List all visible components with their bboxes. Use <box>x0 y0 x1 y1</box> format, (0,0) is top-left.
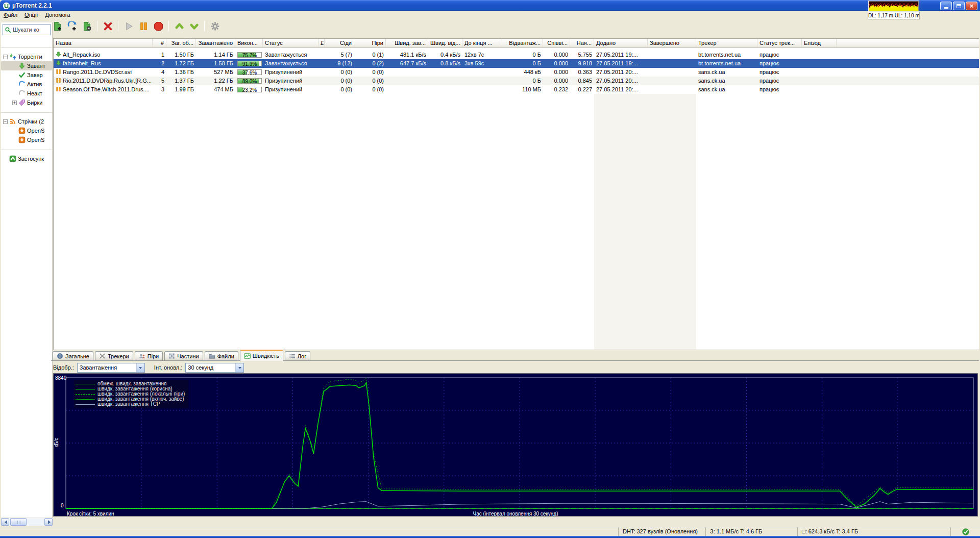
cell-tracker_status: працює <box>757 77 802 85</box>
dropdown-arrow-icon[interactable] <box>136 363 144 372</box>
menu-item-0[interactable]: Файл <box>0 11 21 19</box>
legend-line-sample <box>76 389 95 389</box>
sidebar-item-label: Неакт <box>27 90 42 96</box>
show-select[interactable]: Завантаження <box>77 363 145 373</box>
menu-item-2[interactable]: Допомога <box>41 11 74 19</box>
column-header-status[interactable]: Статус <box>263 39 318 47</box>
add-url-button[interactable] <box>66 20 78 32</box>
sidebar-item-active[interactable]: Актив <box>1 80 52 89</box>
expander-plus-icon[interactable]: + <box>12 101 17 105</box>
column-header-added[interactable]: Додано <box>594 39 648 47</box>
interval-select-value: 30 секунд <box>186 364 235 371</box>
column-header-episode[interactable]: Епізод <box>802 39 837 47</box>
cell-num: 1 <box>153 51 166 59</box>
sidebar-scrollbar[interactable] <box>1 518 53 526</box>
column-header-ratio[interactable]: Співві... <box>543 39 570 47</box>
column-header-downloaded[interactable]: Завантажено <box>196 39 235 47</box>
remove-torrent-button[interactable] <box>102 20 114 32</box>
tab-pieces[interactable]: Частини <box>164 351 203 360</box>
scroll-track[interactable] <box>27 518 44 526</box>
log-icon <box>289 353 296 359</box>
sidebar-item-torrents[interactable]: −Торренти <box>1 52 52 61</box>
start-button[interactable] <box>122 20 135 32</box>
sidebar-item-apps[interactable]: Застосунк <box>1 154 52 163</box>
table-row[interactable]: fahrenheit_Rus21.72 ГБ1.58 ГБ91.9%Завант… <box>54 59 979 68</box>
expander-minus-icon[interactable]: − <box>3 119 8 124</box>
move-up-button[interactable] <box>173 20 185 32</box>
column-header-seeds[interactable]: Сіди <box>325 39 354 47</box>
sidebar-item-finished[interactable]: Завер <box>1 70 52 80</box>
dropdown-arrow-icon[interactable] <box>235 363 243 372</box>
sidebar-item-feed-1[interactable]: OpenS <box>1 126 52 135</box>
cell-ratio: 0.000 <box>543 68 570 77</box>
cell-status: Завантажується <box>263 51 318 59</box>
cell-seeds: 9 (12) <box>325 59 354 68</box>
sidebar-item-inactive[interactable]: Неакт <box>1 89 52 98</box>
cell-avail0 <box>318 59 325 68</box>
column-header-completed[interactable]: Завершено <box>648 39 696 47</box>
column-header-name[interactable]: Назва <box>54 39 153 47</box>
column-header-ul[interactable]: Швид. від... <box>428 39 462 47</box>
scroll-right-button[interactable] <box>44 518 53 526</box>
sidebar-item-feed-2[interactable]: OpenS <box>1 135 52 144</box>
move-down-button[interactable] <box>188 20 200 32</box>
tab-general[interactable]: Загальне <box>53 351 93 360</box>
torrent-name: Rango.2011.Dc.DVDScr.avi <box>63 69 132 75</box>
table-row[interactable]: Season.Of.The.Witch.2011.Drus....31.99 Г… <box>54 85 979 94</box>
table-row[interactable]: Rango.2011.Dc.DVDScr.avi41.36 ГБ527 МБ37… <box>54 68 979 77</box>
column-header-tracker_status[interactable]: Статус трек... <box>757 39 802 47</box>
column-header-uploaded[interactable]: Відвантаж... <box>502 39 543 47</box>
toolbar-separator <box>204 21 205 31</box>
menu-item-1[interactable]: Опції <box>21 11 41 19</box>
interval-select[interactable]: 30 секунд <box>185 363 244 373</box>
tab-files[interactable]: Файли <box>205 351 238 360</box>
cell-eta: 3хв 59с <box>462 59 502 68</box>
close-button[interactable]: × <box>966 2 977 10</box>
add-torrent-button[interactable] <box>51 20 63 32</box>
sidebar-item-labels[interactable]: +Бирки <box>1 98 52 107</box>
sidebar-item-label: Завант <box>27 63 45 69</box>
column-header-size[interactable]: Заг. об... <box>166 39 196 47</box>
tab-trackers[interactable]: Трекери <box>95 351 133 360</box>
table-row[interactable]: Rio.2011.D.DVDRip.Rus.Ukr.[R.G...51.37 Г… <box>54 77 979 85</box>
info-icon <box>57 353 63 359</box>
scroll-thumb[interactable] <box>10 518 27 526</box>
column-header-avail[interactable]: Ная... <box>570 39 594 47</box>
preferences-button[interactable] <box>209 20 221 32</box>
column-header-tracker[interactable]: Трекер <box>696 39 757 47</box>
cell-status: Призупинений <box>263 68 318 77</box>
restore-button[interactable] <box>953 2 965 10</box>
toolbar-separator <box>97 21 97 31</box>
column-header-dl[interactable]: Швид. зав... <box>386 39 428 47</box>
stop-button[interactable] <box>152 20 164 32</box>
scroll-left-button[interactable] <box>1 518 9 526</box>
column-header-eta[interactable]: До кінця ... <box>462 39 502 47</box>
create-torrent-button[interactable] <box>81 20 93 32</box>
column-header-peers[interactable]: Піри <box>354 39 386 47</box>
search-input[interactable]: Шукати ко <box>3 24 51 35</box>
tab-label: Трекери <box>108 353 129 359</box>
column-header-done[interactable]: Викон... <box>235 39 263 47</box>
cell-peers: 0 (0) <box>354 85 386 94</box>
tab-speed[interactable]: Швидкість <box>240 350 283 361</box>
tab-logger[interactable]: Лог <box>285 351 310 360</box>
speed-graph-plot <box>54 374 977 516</box>
cell-tracker: sans.ck.ua <box>696 77 757 85</box>
tab-peers[interactable]: Піри <box>135 351 163 360</box>
table-row[interactable]: Alt_Repack.iso11.50 ГБ1.14 ГБ75.7%Завант… <box>54 51 979 59</box>
expander-minus-icon[interactable]: − <box>3 55 8 59</box>
cell-avail: 0.363 <box>570 68 594 77</box>
column-header-avail0[interactable]: £ <box>318 39 325 47</box>
cell-peers: 0 (0) <box>354 77 386 85</box>
restore-icon <box>957 4 961 8</box>
sidebar-item-feeds[interactable]: −Стрічки (2 <box>1 117 52 126</box>
cell-eta: 12хв 7с <box>462 51 502 59</box>
progress-label: 91.9% <box>238 61 261 67</box>
y-axis-max-label: 8840 <box>55 376 66 381</box>
pause-button[interactable] <box>137 20 150 32</box>
table-rows: Alt_Repack.iso11.50 ГБ1.14 ГБ75.7%Завант… <box>54 51 979 94</box>
sidebar-item-downloading[interactable]: Завант <box>1 61 52 70</box>
column-header-num[interactable]: # <box>153 39 166 47</box>
minimize-button[interactable] <box>940 2 952 10</box>
cell-uploaded: 0 Б <box>502 51 543 59</box>
